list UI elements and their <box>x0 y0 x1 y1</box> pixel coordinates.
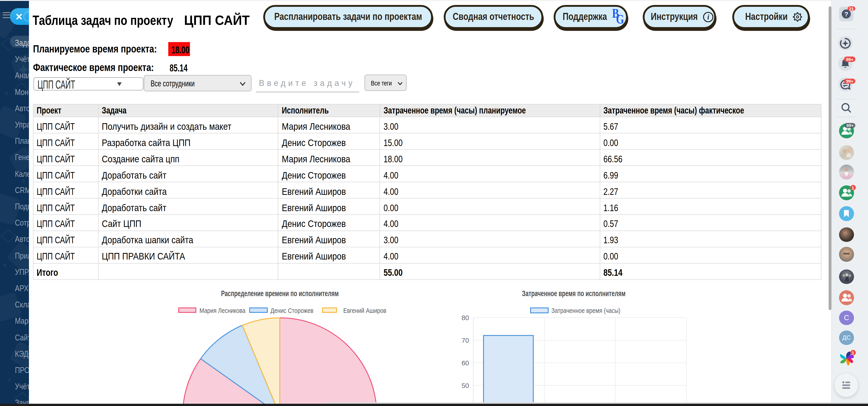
svg-text:i: i <box>707 13 710 21</box>
